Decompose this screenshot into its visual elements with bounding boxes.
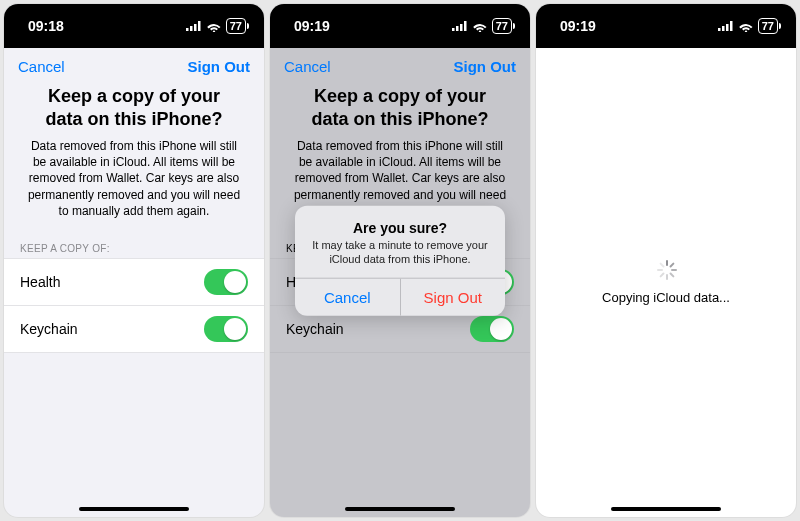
page-title: Keep a copy of your data on this iPhone? — [4, 81, 264, 138]
status-time: 09:19 — [560, 18, 596, 34]
battery-icon: 77 — [492, 18, 512, 34]
svg-rect-5 — [456, 26, 459, 31]
signout-keep-copy-screen-with-alert: 09:19 77 Cancel Sign Out Keep a copy of … — [270, 4, 530, 517]
svg-rect-0 — [186, 28, 189, 31]
battery-icon: 77 — [226, 18, 246, 34]
status-bar: 09:19 77 — [270, 4, 530, 48]
list-item-health: Health — [4, 258, 264, 306]
status-time: 09:18 — [28, 18, 64, 34]
signout-keep-copy-screen: 09:18 77 Cancel Sign Out Keep a copy of … — [4, 4, 264, 517]
page-title: Keep a copy of your data on this iPhone? — [270, 81, 530, 138]
home-indicator — [79, 507, 189, 511]
cancel-button[interactable]: Cancel — [284, 58, 331, 75]
sign-out-button[interactable]: Sign Out — [188, 58, 251, 75]
cellular-signal-icon — [452, 21, 468, 31]
svg-rect-9 — [722, 26, 725, 31]
svg-rect-10 — [726, 24, 729, 31]
alert-title: Are you sure? — [295, 205, 505, 237]
home-indicator — [345, 507, 455, 511]
status-right: 77 — [186, 18, 246, 34]
svg-rect-6 — [460, 24, 463, 31]
nav-bar: Cancel Sign Out — [270, 48, 530, 81]
cellular-signal-icon — [186, 21, 202, 31]
section-header: KEEP A COPY OF: — [4, 237, 264, 258]
status-time: 09:19 — [294, 18, 330, 34]
svg-rect-4 — [452, 28, 455, 31]
page-description: Data removed from this iPhone will still… — [4, 138, 264, 237]
keep-copy-list: Health Keychain — [4, 258, 264, 353]
alert-message: It may take a minute to remove your iClo… — [295, 237, 505, 278]
home-indicator — [611, 507, 721, 511]
svg-rect-1 — [190, 26, 193, 31]
wifi-icon — [738, 21, 754, 32]
svg-rect-2 — [194, 24, 197, 31]
list-item-keychain: Keychain — [4, 306, 264, 353]
toggle-health[interactable] — [204, 269, 248, 295]
toggle-keychain[interactable] — [204, 316, 248, 342]
alert-buttons: Cancel Sign Out — [295, 278, 505, 316]
status-bar: 09:18 77 — [4, 4, 264, 48]
toggle-keychain[interactable] — [470, 316, 514, 342]
list-item-label: Keychain — [20, 321, 78, 337]
status-right: 77 — [718, 18, 778, 34]
battery-icon: 77 — [758, 18, 778, 34]
svg-rect-11 — [730, 21, 733, 31]
loading-area: Copying iCloud data... — [536, 48, 796, 517]
list-item-label: Health — [20, 274, 60, 290]
svg-rect-8 — [718, 28, 721, 31]
status-right: 77 — [452, 18, 512, 34]
cellular-signal-icon — [718, 21, 734, 31]
spinner-icon — [656, 260, 676, 280]
sign-out-button[interactable]: Sign Out — [454, 58, 517, 75]
confirm-signout-alert: Are you sure? It may take a minute to re… — [295, 205, 505, 316]
svg-rect-3 — [198, 21, 201, 31]
loading-text: Copying iCloud data... — [602, 290, 730, 305]
svg-rect-7 — [464, 21, 467, 31]
list-item-label: Keychain — [286, 321, 344, 337]
nav-bar: Cancel Sign Out — [4, 48, 264, 81]
wifi-icon — [472, 21, 488, 32]
copying-icloud-screen: 09:19 77 Copying iCloud data... — [536, 4, 796, 517]
alert-signout-button[interactable]: Sign Out — [400, 279, 506, 316]
wifi-icon — [206, 21, 222, 32]
alert-cancel-button[interactable]: Cancel — [295, 279, 400, 316]
status-bar: 09:19 77 — [536, 4, 796, 48]
cancel-button[interactable]: Cancel — [18, 58, 65, 75]
